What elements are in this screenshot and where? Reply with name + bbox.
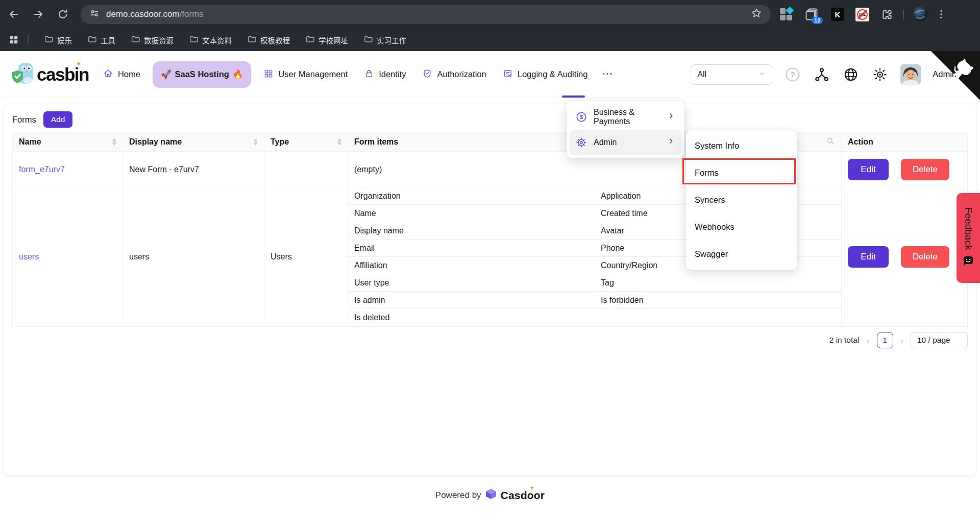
form-item-row: Is adminIs forbidden [348, 292, 841, 309]
feedback-smiley-icon [963, 255, 974, 269]
bookmarks-bar: 娱乐 工具 数据资源 文本资料 模板教程 学校网址 实习工作 [0, 29, 980, 51]
organization-select[interactable]: All [691, 64, 772, 85]
header-right-controls: All ? Admin [691, 64, 957, 85]
github-corner[interactable] [931, 51, 980, 102]
page-size-select[interactable]: 10 / page [911, 332, 968, 348]
column-header-type[interactable]: Type [264, 132, 348, 152]
reload-icon[interactable] [54, 6, 71, 23]
feedback-tab[interactable]: Feedback [957, 193, 980, 283]
nav-item-logging-auditing[interactable]: Logging & Auditing [495, 51, 596, 98]
bookmark-label: 数据资源 [144, 35, 174, 45]
nav-item-identity[interactable]: Identity [356, 51, 414, 98]
profile-avatar[interactable] [912, 6, 928, 22]
bookmark-star-icon[interactable] [750, 7, 763, 21]
extensions-puzzle-icon[interactable] [880, 8, 894, 21]
casbin-logo[interactable]: casbin★ [11, 62, 89, 87]
bookmark-folder-text[interactable]: 文本资料 [189, 34, 232, 45]
column-header-name[interactable]: Name [13, 132, 123, 152]
chevron-right-icon [668, 112, 675, 122]
bookmark-folder-tools[interactable]: 工具 [87, 34, 115, 45]
bookmark-folder-data[interactable]: 数据资源 [131, 34, 174, 45]
nav-item-saas-hosting[interactable]: 🚀 SaaS Hosting 🔥 [153, 61, 252, 88]
nav-item-home[interactable]: Home [95, 51, 149, 98]
address-bar[interactable]: demo.casdoor.com/forms [81, 5, 771, 24]
brand-wordmark: casbin★ [37, 64, 89, 85]
form-link[interactable]: form_e7urv7 [19, 165, 65, 174]
url-blocker-icon[interactable]: URL [855, 8, 869, 21]
audit-log-icon [503, 68, 513, 81]
form-link[interactable]: users [19, 252, 39, 261]
lock-icon [364, 68, 374, 81]
edit-button[interactable]: Edit [848, 159, 889, 180]
column-header-display-name[interactable]: Display name [123, 132, 264, 152]
help-icon[interactable]: ? [784, 66, 801, 83]
feedback-label: Feedback [963, 207, 974, 250]
nav-item-authorization[interactable]: Authorization [414, 51, 494, 98]
folder-icon [363, 34, 373, 45]
casdoor-wordmark[interactable]: Casdoor★ [501, 489, 545, 502]
forward-icon[interactable] [30, 6, 47, 23]
menu-item-admin[interactable]: Admin [570, 130, 681, 155]
language-globe-icon[interactable] [842, 66, 860, 83]
bookmark-folder-entertainment[interactable]: 娱乐 [44, 34, 72, 45]
casbin-network-icon[interactable] [813, 66, 830, 83]
browser-menu-icon[interactable] [936, 9, 947, 20]
cell-type [264, 152, 348, 187]
bookmark-label: 文本资料 [202, 35, 232, 45]
forms-highlight-annotation [682, 158, 796, 184]
rocket-icon: 🚀 [161, 69, 172, 79]
sort-icon[interactable] [112, 138, 116, 146]
admin-submenu: System Info Forms Syncers Webhooks Swagg… [686, 130, 797, 270]
add-button[interactable]: Add [43, 111, 73, 128]
current-page-button[interactable]: 1 [877, 332, 893, 348]
powered-by-label: Powered by [435, 490, 481, 501]
prev-page-icon[interactable]: ‹ [865, 336, 870, 345]
cell-name: form_e7urv7 [13, 152, 123, 187]
shield-check-icon [422, 68, 432, 81]
edit-button[interactable]: Edit [848, 246, 889, 268]
nav-label: SaaS Hosting [175, 69, 229, 79]
nav-active-underline [562, 96, 585, 98]
cell-display-name: users [123, 187, 264, 327]
next-page-icon[interactable]: › [899, 336, 904, 345]
sort-icon[interactable] [254, 138, 258, 146]
menu-item-business-payments[interactable]: $ Business & Payments [570, 104, 681, 130]
form-item-row: User typeTag [348, 274, 841, 292]
theme-sun-icon[interactable] [871, 66, 889, 83]
k-extension-icon[interactable]: K [831, 8, 844, 21]
submenu-item-swagger[interactable]: Swagger [686, 241, 797, 268]
nav-label: User Management [278, 69, 348, 79]
site-settings-icon[interactable] [89, 8, 100, 21]
pagination: 2 in total ‹ 1 › 10 / page [12, 332, 968, 348]
bookmark-folder-school[interactable]: 学校网址 [305, 34, 348, 45]
organization-select-value: All [697, 70, 706, 79]
folder-icon [87, 34, 97, 45]
submenu-item-webhooks[interactable]: Webhooks [686, 213, 797, 241]
delete-button[interactable]: Delete [901, 159, 949, 180]
back-icon[interactable] [5, 6, 22, 23]
search-icon[interactable] [826, 136, 835, 148]
delete-button[interactable]: Delete [901, 246, 949, 268]
page-title: Forms [12, 115, 36, 125]
menu-item-label: Admin [594, 138, 617, 147]
chevron-down-icon [758, 70, 766, 79]
nav-item-more[interactable]: ··· [596, 51, 620, 98]
apps-grid-icon[interactable] [8, 34, 19, 45]
url-path: /forms [180, 9, 204, 19]
submenu-item-system-info[interactable]: System Info [686, 132, 797, 159]
nav-label: Home [118, 69, 140, 79]
chevron-right-icon [668, 138, 675, 147]
bookmark-folder-templates[interactable]: 模板教程 [247, 34, 290, 45]
bookmark-label: 学校网址 [318, 35, 348, 45]
tab-count-badge: 12 [812, 17, 823, 24]
home-icon [103, 68, 113, 81]
nav-item-user-management[interactable]: User Management [255, 51, 356, 98]
folder-icon [44, 34, 54, 45]
sort-icon[interactable] [337, 138, 341, 146]
extension-grid-icon[interactable] [780, 8, 793, 21]
tab-manager-icon[interactable]: 12 [804, 7, 819, 21]
bookmark-label: 模板教程 [260, 35, 290, 45]
bookmark-folder-internship[interactable]: 实习工作 [363, 34, 406, 45]
user-avatar[interactable] [900, 64, 921, 85]
submenu-item-syncers[interactable]: Syncers [686, 186, 797, 213]
